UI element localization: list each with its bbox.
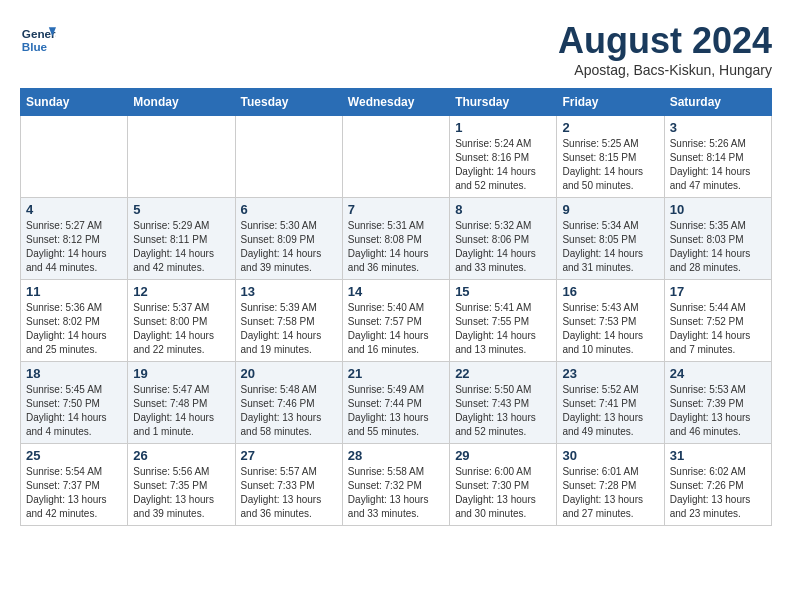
empty-cell: [235, 116, 342, 198]
day-number: 29: [455, 448, 551, 463]
day-cell-18: 18Sunrise: 5:45 AM Sunset: 7:50 PM Dayli…: [21, 362, 128, 444]
day-info: Sunrise: 5:49 AM Sunset: 7:44 PM Dayligh…: [348, 383, 444, 439]
day-info: Sunrise: 6:02 AM Sunset: 7:26 PM Dayligh…: [670, 465, 766, 521]
day-number: 13: [241, 284, 337, 299]
day-cell-20: 20Sunrise: 5:48 AM Sunset: 7:46 PM Dayli…: [235, 362, 342, 444]
header-tuesday: Tuesday: [235, 89, 342, 116]
day-cell-14: 14Sunrise: 5:40 AM Sunset: 7:57 PM Dayli…: [342, 280, 449, 362]
day-cell-26: 26Sunrise: 5:56 AM Sunset: 7:35 PM Dayli…: [128, 444, 235, 526]
day-cell-13: 13Sunrise: 5:39 AM Sunset: 7:58 PM Dayli…: [235, 280, 342, 362]
day-number: 12: [133, 284, 229, 299]
day-number: 6: [241, 202, 337, 217]
day-cell-11: 11Sunrise: 5:36 AM Sunset: 8:02 PM Dayli…: [21, 280, 128, 362]
empty-cell: [342, 116, 449, 198]
day-number: 15: [455, 284, 551, 299]
day-number: 24: [670, 366, 766, 381]
day-number: 1: [455, 120, 551, 135]
day-cell-19: 19Sunrise: 5:47 AM Sunset: 7:48 PM Dayli…: [128, 362, 235, 444]
day-cell-5: 5Sunrise: 5:29 AM Sunset: 8:11 PM Daylig…: [128, 198, 235, 280]
day-cell-17: 17Sunrise: 5:44 AM Sunset: 7:52 PM Dayli…: [664, 280, 771, 362]
logo: General Blue: [20, 20, 56, 56]
day-info: Sunrise: 5:57 AM Sunset: 7:33 PM Dayligh…: [241, 465, 337, 521]
calendar-table: SundayMondayTuesdayWednesdayThursdayFrid…: [20, 88, 772, 526]
title-block: August 2024 Apostag, Bacs-Kiskun, Hungar…: [558, 20, 772, 78]
day-cell-8: 8Sunrise: 5:32 AM Sunset: 8:06 PM Daylig…: [450, 198, 557, 280]
day-info: Sunrise: 5:26 AM Sunset: 8:14 PM Dayligh…: [670, 137, 766, 193]
day-cell-10: 10Sunrise: 5:35 AM Sunset: 8:03 PM Dayli…: [664, 198, 771, 280]
day-info: Sunrise: 5:24 AM Sunset: 8:16 PM Dayligh…: [455, 137, 551, 193]
month-year-title: August 2024: [558, 20, 772, 62]
day-info: Sunrise: 5:48 AM Sunset: 7:46 PM Dayligh…: [241, 383, 337, 439]
day-number: 11: [26, 284, 122, 299]
day-info: Sunrise: 5:52 AM Sunset: 7:41 PM Dayligh…: [562, 383, 658, 439]
week-row-1: 1Sunrise: 5:24 AM Sunset: 8:16 PM Daylig…: [21, 116, 772, 198]
day-cell-31: 31Sunrise: 6:02 AM Sunset: 7:26 PM Dayli…: [664, 444, 771, 526]
day-info: Sunrise: 5:32 AM Sunset: 8:06 PM Dayligh…: [455, 219, 551, 275]
day-info: Sunrise: 6:01 AM Sunset: 7:28 PM Dayligh…: [562, 465, 658, 521]
day-number: 28: [348, 448, 444, 463]
day-number: 17: [670, 284, 766, 299]
day-cell-2: 2Sunrise: 5:25 AM Sunset: 8:15 PM Daylig…: [557, 116, 664, 198]
day-info: Sunrise: 5:40 AM Sunset: 7:57 PM Dayligh…: [348, 301, 444, 357]
day-info: Sunrise: 5:34 AM Sunset: 8:05 PM Dayligh…: [562, 219, 658, 275]
day-info: Sunrise: 5:43 AM Sunset: 7:53 PM Dayligh…: [562, 301, 658, 357]
day-number: 31: [670, 448, 766, 463]
day-cell-25: 25Sunrise: 5:54 AM Sunset: 7:37 PM Dayli…: [21, 444, 128, 526]
day-info: Sunrise: 5:39 AM Sunset: 7:58 PM Dayligh…: [241, 301, 337, 357]
empty-cell: [128, 116, 235, 198]
day-number: 19: [133, 366, 229, 381]
day-number: 23: [562, 366, 658, 381]
day-number: 8: [455, 202, 551, 217]
header-saturday: Saturday: [664, 89, 771, 116]
header-sunday: Sunday: [21, 89, 128, 116]
week-row-2: 4Sunrise: 5:27 AM Sunset: 8:12 PM Daylig…: [21, 198, 772, 280]
day-cell-15: 15Sunrise: 5:41 AM Sunset: 7:55 PM Dayli…: [450, 280, 557, 362]
day-info: Sunrise: 5:53 AM Sunset: 7:39 PM Dayligh…: [670, 383, 766, 439]
day-cell-16: 16Sunrise: 5:43 AM Sunset: 7:53 PM Dayli…: [557, 280, 664, 362]
calendar-header-row: SundayMondayTuesdayWednesdayThursdayFrid…: [21, 89, 772, 116]
day-cell-1: 1Sunrise: 5:24 AM Sunset: 8:16 PM Daylig…: [450, 116, 557, 198]
day-info: Sunrise: 5:29 AM Sunset: 8:11 PM Dayligh…: [133, 219, 229, 275]
week-row-5: 25Sunrise: 5:54 AM Sunset: 7:37 PM Dayli…: [21, 444, 772, 526]
day-info: Sunrise: 5:45 AM Sunset: 7:50 PM Dayligh…: [26, 383, 122, 439]
day-cell-23: 23Sunrise: 5:52 AM Sunset: 7:41 PM Dayli…: [557, 362, 664, 444]
day-info: Sunrise: 5:41 AM Sunset: 7:55 PM Dayligh…: [455, 301, 551, 357]
day-cell-22: 22Sunrise: 5:50 AM Sunset: 7:43 PM Dayli…: [450, 362, 557, 444]
day-number: 3: [670, 120, 766, 135]
day-cell-6: 6Sunrise: 5:30 AM Sunset: 8:09 PM Daylig…: [235, 198, 342, 280]
day-info: Sunrise: 5:54 AM Sunset: 7:37 PM Dayligh…: [26, 465, 122, 521]
day-cell-9: 9Sunrise: 5:34 AM Sunset: 8:05 PM Daylig…: [557, 198, 664, 280]
week-row-3: 11Sunrise: 5:36 AM Sunset: 8:02 PM Dayli…: [21, 280, 772, 362]
day-info: Sunrise: 5:58 AM Sunset: 7:32 PM Dayligh…: [348, 465, 444, 521]
day-cell-7: 7Sunrise: 5:31 AM Sunset: 8:08 PM Daylig…: [342, 198, 449, 280]
day-number: 4: [26, 202, 122, 217]
day-info: Sunrise: 5:31 AM Sunset: 8:08 PM Dayligh…: [348, 219, 444, 275]
day-cell-21: 21Sunrise: 5:49 AM Sunset: 7:44 PM Dayli…: [342, 362, 449, 444]
day-cell-3: 3Sunrise: 5:26 AM Sunset: 8:14 PM Daylig…: [664, 116, 771, 198]
svg-text:Blue: Blue: [22, 40, 48, 53]
day-info: Sunrise: 5:47 AM Sunset: 7:48 PM Dayligh…: [133, 383, 229, 439]
header-monday: Monday: [128, 89, 235, 116]
day-cell-4: 4Sunrise: 5:27 AM Sunset: 8:12 PM Daylig…: [21, 198, 128, 280]
day-number: 2: [562, 120, 658, 135]
header-friday: Friday: [557, 89, 664, 116]
day-number: 30: [562, 448, 658, 463]
week-row-4: 18Sunrise: 5:45 AM Sunset: 7:50 PM Dayli…: [21, 362, 772, 444]
day-number: 26: [133, 448, 229, 463]
day-number: 10: [670, 202, 766, 217]
day-number: 27: [241, 448, 337, 463]
day-number: 9: [562, 202, 658, 217]
day-info: Sunrise: 5:37 AM Sunset: 8:00 PM Dayligh…: [133, 301, 229, 357]
day-info: Sunrise: 5:30 AM Sunset: 8:09 PM Dayligh…: [241, 219, 337, 275]
day-number: 20: [241, 366, 337, 381]
day-cell-29: 29Sunrise: 6:00 AM Sunset: 7:30 PM Dayli…: [450, 444, 557, 526]
day-number: 14: [348, 284, 444, 299]
day-info: Sunrise: 5:25 AM Sunset: 8:15 PM Dayligh…: [562, 137, 658, 193]
day-info: Sunrise: 5:27 AM Sunset: 8:12 PM Dayligh…: [26, 219, 122, 275]
day-cell-24: 24Sunrise: 5:53 AM Sunset: 7:39 PM Dayli…: [664, 362, 771, 444]
header-thursday: Thursday: [450, 89, 557, 116]
logo-icon: General Blue: [20, 20, 56, 56]
day-number: 7: [348, 202, 444, 217]
header-wednesday: Wednesday: [342, 89, 449, 116]
location-subtitle: Apostag, Bacs-Kiskun, Hungary: [558, 62, 772, 78]
